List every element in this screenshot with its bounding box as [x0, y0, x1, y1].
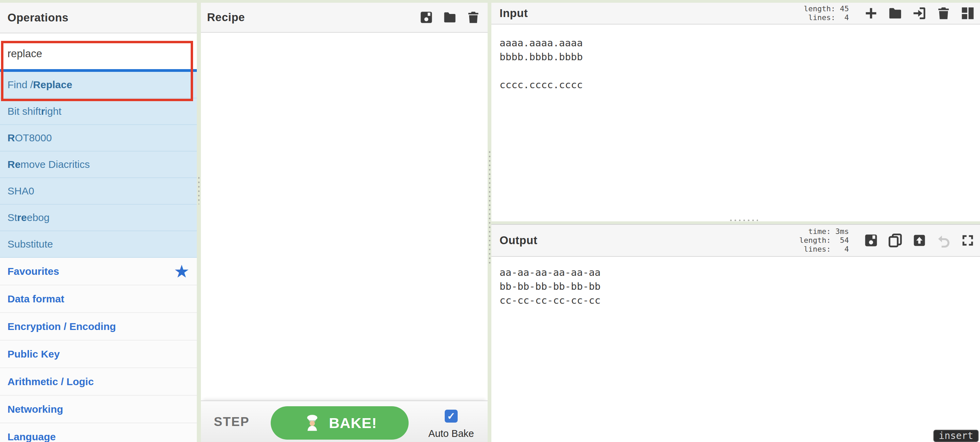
- recipe-io-drag-handle[interactable]: [488, 150, 491, 266]
- operations-panel: Operations Find / ReplaceBit shift right…: [0, 3, 197, 442]
- input-output-drag-handle[interactable]: [729, 219, 758, 222]
- recipe-toolbar: [419, 10, 481, 25]
- load-recipe-icon[interactable]: [442, 10, 457, 25]
- bake-button[interactable]: BAKE!: [271, 406, 409, 440]
- favourites-star-icon[interactable]: ★: [175, 264, 189, 279]
- add-input-icon[interactable]: [863, 5, 879, 21]
- undo-icon[interactable]: [936, 232, 951, 248]
- operation-list-item[interactable]: Find / Replace: [0, 72, 197, 99]
- open-folder-icon[interactable]: [888, 5, 903, 21]
- operation-search-input[interactable]: [0, 40, 197, 72]
- chef-icon: [302, 413, 322, 433]
- bake-controls-bar: STEP BAKE! ✓ Auto Bake: [201, 401, 488, 442]
- recipe-panel: Recipe Format MAC addresses Output case …: [201, 3, 488, 442]
- bake-label: BAKE!: [329, 415, 377, 431]
- operations-header: Operations: [0, 3, 197, 33]
- output-toolbar: [863, 232, 975, 248]
- operation-list-item[interactable]: Bit shift right: [0, 99, 197, 125]
- clear-recipe-icon[interactable]: [466, 10, 481, 25]
- input-header: Input length: 45 lines: 4: [492, 3, 980, 24]
- category-public-key[interactable]: Public Key: [0, 340, 197, 368]
- operation-categories: Favourites★Data formatEncryption / Encod…: [0, 258, 197, 442]
- save-recipe-icon[interactable]: [419, 10, 434, 25]
- io-split-gutter: [492, 221, 980, 224]
- category-arithmetic-logic[interactable]: Arithmetic / Logic: [0, 368, 197, 396]
- open-file-icon[interactable]: [912, 5, 927, 21]
- clear-io-icon[interactable]: [936, 5, 951, 21]
- save-output-icon[interactable]: [863, 232, 879, 248]
- input-textarea[interactable]: aaaa.aaaa.aaaa bbbb.bbbb.bbbb cccc.cccc.…: [492, 24, 980, 221]
- recipe-header: Recipe: [201, 3, 488, 33]
- category-networking[interactable]: Networking: [0, 396, 197, 423]
- step-button[interactable]: STEP: [214, 401, 250, 442]
- output-text: aa-aa-aa-aa-aa-aa bb-bb-bb-bb-bb-bb cc-c…: [492, 257, 980, 307]
- maximise-output-icon[interactable]: [960, 232, 975, 248]
- vim-mode-indicator: insert: [933, 430, 978, 442]
- input-toolbar: [863, 5, 975, 21]
- auto-bake-toggle[interactable]: ✓ Auto Bake: [420, 401, 482, 442]
- io-panel: Input length: 45 lines: 4 aaaa.aaaa.aaaa…: [492, 3, 980, 442]
- category-encryption-encoding[interactable]: Encryption / Encoding: [0, 313, 197, 340]
- reset-layout-icon[interactable]: [960, 5, 975, 21]
- category-data-format[interactable]: Data format: [0, 285, 197, 313]
- input-title: Input: [500, 7, 528, 20]
- input-text[interactable]: aaaa.aaaa.aaaa bbbb.bbbb.bbbb cccc.cccc.…: [492, 24, 980, 92]
- operation-list-item[interactable]: Streebog: [0, 205, 197, 231]
- operation-list-item[interactable]: Substitute: [0, 231, 197, 258]
- input-stats: length: 45 lines: 4: [804, 5, 849, 22]
- output-header: Output time: 3ms length: 54 lines: 4: [492, 224, 980, 257]
- ops-recipe-drag-handle[interactable]: [197, 176, 200, 204]
- move-to-input-icon[interactable]: [912, 232, 927, 248]
- recipe-title: Recipe: [207, 11, 245, 24]
- operations-title: Operations: [8, 11, 68, 24]
- category-language[interactable]: Language: [0, 423, 197, 442]
- operation-list-item[interactable]: Remove Diacritics: [0, 151, 197, 178]
- copy-output-icon[interactable]: [888, 232, 903, 248]
- checkbox-box[interactable]: ✓: [445, 410, 458, 423]
- operation-search-results: Find / ReplaceBit shift rightROT8000Remo…: [0, 72, 197, 258]
- operation-list-item[interactable]: SHA0: [0, 178, 197, 205]
- output-title: Output: [500, 234, 537, 247]
- operation-list-item[interactable]: ROT8000: [0, 125, 197, 151]
- output-textarea: aa-aa-aa-aa-aa-aa bb-bb-bb-bb-bb-bb cc-c…: [492, 257, 980, 442]
- category-favourites[interactable]: Favourites★: [0, 258, 197, 285]
- output-stats: time: 3ms length: 54 lines: 4: [799, 227, 849, 254]
